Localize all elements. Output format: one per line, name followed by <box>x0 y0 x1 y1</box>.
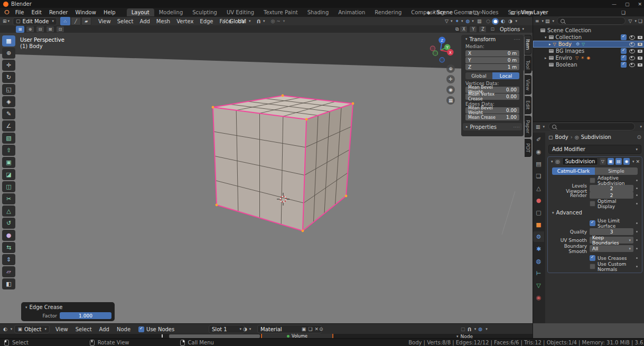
zoom-view-icon[interactable]: ⊕ <box>446 64 455 73</box>
disable-render-icon[interactable] <box>638 57 642 60</box>
tool-cursor[interactable]: ⊕ <box>2 48 15 59</box>
tool-edge-slide[interactable]: ⇆ <box>2 242 15 253</box>
properties-search-input[interactable] <box>548 123 635 130</box>
scene-selector[interactable]: ◆▾ Scene ⊙ ❏ ✕ <box>427 10 483 15</box>
add-modifier-button[interactable]: Add Modifier ▾ <box>548 145 641 154</box>
outliner-row-body[interactable]: ▸ ▽ Body ⚙ ▽ <box>533 41 644 48</box>
outliner-row-enviro[interactable]: ▸ Enviro ▽ ☀ ◉ <box>533 54 644 61</box>
minimize-button[interactable]: — <box>612 2 617 7</box>
parent-node-icon[interactable]: ▢ <box>461 326 465 332</box>
viewport-menu[interactable]: Mesh <box>153 18 173 24</box>
filter-icon[interactable]: ▽ <box>628 18 632 24</box>
mean-bevel-weight-edges-field[interactable]: Mean Bevel Weight0.00 <box>465 107 519 114</box>
use-nodes-checkbox[interactable] <box>138 326 144 332</box>
shader-menu[interactable]: Node <box>113 326 134 332</box>
factor-slider[interactable]: 1.000 <box>60 312 111 319</box>
animate-dot[interactable] <box>636 203 638 204</box>
tool-bevel[interactable]: ◪ <box>2 169 15 180</box>
tool-inset-faces[interactable]: ▣ <box>2 157 15 168</box>
workspace-tab[interactable]: UV Editing <box>222 8 259 16</box>
tool-add-cube[interactable]: ▧ <box>2 133 15 144</box>
modifier-name-field[interactable]: Subdivision <box>562 157 598 165</box>
hide-viewport-icon[interactable] <box>629 56 635 60</box>
disclosure-icon[interactable]: ▾ <box>545 35 547 40</box>
material-slot-dropdown[interactable]: Slot 1▾ <box>209 325 245 333</box>
global-button[interactable]: Global <box>465 72 492 79</box>
menubar-menu[interactable]: File <box>12 10 28 15</box>
select-invert-icon[interactable]: ⊠ <box>46 26 54 33</box>
viewport-canvas[interactable]: Z Y X User Perspective (1) Body ▦⊕✛↻◱◈✎∠… <box>0 33 533 323</box>
pin-scene-icon[interactable]: ⊙ <box>468 10 472 15</box>
boundary-smooth-dropdown[interactable]: All▾ <box>590 245 633 252</box>
hide-viewport-icon[interactable] <box>629 35 635 40</box>
tab-viewlayer-properties[interactable]: ❏ <box>533 171 544 181</box>
xray-toggle-icon[interactable]: ▥ <box>477 18 482 24</box>
editor-type-icon[interactable]: ◐ <box>3 326 7 332</box>
tab-collection-properties[interactable]: ▢ <box>533 207 544 218</box>
workspace-tab[interactable]: Sculpting <box>188 8 222 16</box>
tool-loop-cut[interactable]: ◫ <box>2 181 15 192</box>
pin-icon[interactable]: ⊙ <box>319 326 323 332</box>
proportional-falloff-icon[interactable]: ~ <box>276 18 281 24</box>
properties-panel-header[interactable]: ▸Properties ···· <box>463 123 522 130</box>
shader-menu[interactable]: Select <box>72 326 96 332</box>
show-gizmo-icon[interactable]: ✦ <box>455 18 459 24</box>
tab-tool-properties[interactable]: ✐ <box>533 134 544 145</box>
wireframe-shading-icon[interactable]: ◌ <box>484 18 491 25</box>
advanced-section-header[interactable]: ▾Advanced <box>551 210 582 216</box>
tool-move[interactable]: ✛ <box>2 60 15 71</box>
tab-render-properties[interactable]: ◉ <box>533 146 544 157</box>
tab-physics-properties[interactable]: ◍ <box>533 256 544 266</box>
fake-user-shield-icon[interactable]: ▣ <box>302 326 306 332</box>
shader-canvas-sliver[interactable]: Volume ▾Node <box>0 334 533 338</box>
breadcrumb-modifier[interactable]: Subdivision <box>581 134 611 140</box>
viewport-menu[interactable]: Edge <box>197 18 216 24</box>
menubar-menu[interactable]: Render <box>45 10 72 15</box>
shader-menu[interactable]: Add <box>96 326 113 332</box>
workspace-tab[interactable]: Shading <box>303 8 334 16</box>
tab-data-properties[interactable]: ▽ <box>533 280 544 291</box>
drag-handle-icon[interactable]: ···· <box>514 36 520 42</box>
editor-type-icon[interactable]: ⊞ <box>3 18 7 24</box>
quality-field[interactable]: 3 <box>590 228 633 235</box>
collection-checkbox[interactable] <box>621 62 627 68</box>
tool-spin[interactable]: ↺ <box>2 218 15 229</box>
animate-dot[interactable] <box>636 248 638 249</box>
workspace-tab[interactable]: Animation <box>333 8 370 16</box>
adaptive-subdivision-checkbox[interactable] <box>590 177 595 183</box>
options-dropdown[interactable]: Options <box>500 26 520 32</box>
pan-view-icon[interactable]: ✛ <box>446 75 455 83</box>
select-extend-icon[interactable]: ⊕ <box>26 26 34 33</box>
tool-select-box[interactable]: ▦ <box>2 35 15 46</box>
viewport-menu[interactable]: Select <box>114 18 137 24</box>
shader-type-dropdown[interactable]: ▣ Object ▾ <box>14 325 50 333</box>
camera-view-icon[interactable]: ◉ <box>446 86 455 94</box>
shader-menu[interactable]: View <box>52 326 72 332</box>
remove-modifier-icon[interactable]: ✕ <box>636 159 640 164</box>
n-panel-tab[interactable]: Tool <box>525 56 531 73</box>
show-in-viewport-toggle[interactable]: ▤ <box>615 158 622 165</box>
n-panel-tab[interactable]: View <box>525 75 531 95</box>
median-y-field[interactable]: Y0 m <box>465 57 519 63</box>
transform-orientation[interactable]: Global <box>229 18 246 24</box>
select-subtract-icon[interactable]: ⊟ <box>36 26 44 33</box>
tab-material-properties[interactable]: ◉ <box>533 292 544 303</box>
editor-type-icon[interactable]: ▥ <box>536 124 540 129</box>
new-viewlayer-icon[interactable]: ❏ <box>621 10 626 15</box>
n-panel-tab[interactable]: Item <box>525 35 531 54</box>
tool-measure[interactable]: ∠ <box>2 120 15 132</box>
show-in-render-toggle[interactable]: ◉ <box>623 158 630 165</box>
tool-shear[interactable]: ▱ <box>2 266 15 277</box>
mirror-x-button[interactable]: X <box>460 26 468 33</box>
close-button[interactable]: ✕ <box>638 2 642 7</box>
selectability-filter-icon[interactable]: ▽ <box>445 18 449 24</box>
workspace-tab[interactable]: Texture Paint <box>259 8 303 16</box>
animate-dot[interactable] <box>636 231 638 232</box>
mode-dropdown[interactable]: ▢ Edit Mode ▾ <box>13 17 57 25</box>
tool-rip-region[interactable]: ◧ <box>2 278 15 289</box>
outliner-row-bg-images[interactable]: BG Images <box>533 48 644 54</box>
collection-checkbox[interactable] <box>621 55 627 61</box>
show-on-cage-toggle[interactable]: ▽ <box>600 158 606 165</box>
optimal-display-checkbox[interactable] <box>590 201 595 207</box>
tool-smooth[interactable]: ● <box>2 230 15 241</box>
